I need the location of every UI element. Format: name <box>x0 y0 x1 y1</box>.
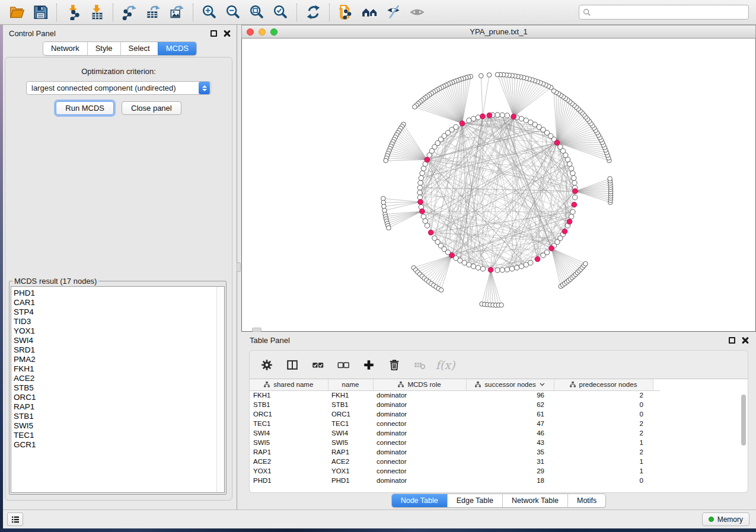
export-table-button[interactable] <box>141 2 165 23</box>
tab-style[interactable]: Style <box>87 42 120 55</box>
mcds-result-item[interactable]: PMA2 <box>14 355 216 364</box>
new-network-from-selection-button[interactable] <box>334 2 358 23</box>
network-canvas[interactable] <box>241 39 756 332</box>
table-row[interactable]: PHD1PHD1dominator180 <box>250 476 660 485</box>
table-settings-button[interactable] <box>259 357 275 373</box>
horizontal-splitter-handle[interactable] <box>252 328 261 332</box>
cell-successor-nodes[interactable]: 61 <box>466 409 554 419</box>
cell-shared-name[interactable]: SWI4 <box>250 428 328 438</box>
tab-network[interactable]: Network <box>43 42 87 55</box>
cell-predecessor-nodes[interactable]: 1 <box>554 466 653 476</box>
mcds-result-item[interactable]: STB1 <box>14 412 216 421</box>
cell-name[interactable]: SWI5 <box>328 438 373 447</box>
unselect-all-checks-button[interactable] <box>336 357 351 373</box>
cell-shared-name[interactable]: TEC1 <box>250 419 328 428</box>
table-row[interactable]: SWI4SWI4dominator462 <box>250 428 660 438</box>
table-row[interactable]: TEC1TEC1connector472 <box>250 419 660 428</box>
tab-node-table[interactable]: Node Table <box>392 494 447 507</box>
mcds-list-scrollbar[interactable] <box>216 287 224 492</box>
cell-name[interactable]: STB1 <box>328 400 373 409</box>
cell-MCDS-role[interactable]: dominator <box>373 447 466 457</box>
search-input[interactable] <box>591 8 745 17</box>
network-graph[interactable] <box>242 39 755 331</box>
mcds-result-item[interactable]: CAR1 <box>14 298 216 307</box>
mcds-result-item[interactable]: STB5 <box>14 383 216 393</box>
cell-shared-name[interactable]: YOX1 <box>250 466 328 476</box>
table-scrollbar[interactable] <box>741 392 747 492</box>
table-row[interactable]: ORC1ORC1dominator610 <box>250 409 660 419</box>
tab-network-table[interactable]: Network Table <box>502 494 567 507</box>
cell-name[interactable]: ORC1 <box>328 409 373 419</box>
mcds-result-item[interactable]: GCR1 <box>14 440 216 450</box>
column-header-name[interactable]: name <box>328 379 373 390</box>
import-network-button[interactable] <box>61 2 85 23</box>
import-table-button[interactable] <box>85 2 109 23</box>
zoom-in-button[interactable] <box>197 2 221 23</box>
mcds-result-item[interactable]: YOX1 <box>14 326 216 336</box>
select-all-checks-button[interactable] <box>310 357 326 373</box>
cell-shared-name[interactable]: PHD1 <box>250 476 328 485</box>
mcds-result-item[interactable]: TID3 <box>14 317 216 326</box>
cell-name[interactable]: FKH1 <box>328 390 373 400</box>
float-panel-icon[interactable] <box>210 30 217 37</box>
tab-edge-table[interactable]: Edge Table <box>447 494 502 507</box>
column-header-shared-name[interactable]: shared name <box>250 379 328 390</box>
mcds-result-item[interactable]: PHD1 <box>14 289 216 298</box>
open-file-button[interactable] <box>5 2 28 23</box>
add-column-button[interactable] <box>361 357 377 373</box>
refresh-layout-button[interactable] <box>301 2 325 23</box>
export-network-button[interactable] <box>117 2 141 23</box>
cell-name[interactable]: ACE2 <box>328 457 373 466</box>
tab-select[interactable]: Select <box>120 42 158 55</box>
houses-button[interactable] <box>358 2 381 23</box>
run-mcds-button[interactable]: Run MCDS <box>56 101 114 115</box>
cell-shared-name[interactable]: STB1 <box>250 400 328 409</box>
mcds-result-item[interactable]: SRD1 <box>14 345 216 355</box>
cell-MCDS-role[interactable]: connector <box>373 457 466 466</box>
cell-successor-nodes[interactable]: 96 <box>466 390 554 400</box>
tab-mcds[interactable]: MCDS <box>158 42 196 55</box>
cell-name[interactable]: YOX1 <box>328 466 373 476</box>
optimization-criterion-dropdown[interactable]: largest connected component (undirected) <box>26 81 211 95</box>
table-row[interactable]: RAP1RAP1dominator352 <box>250 447 660 457</box>
cell-MCDS-role[interactable]: connector <box>373 438 466 447</box>
mcds-result-item[interactable]: RAP1 <box>14 402 216 412</box>
export-image-button[interactable] <box>165 2 189 23</box>
cell-MCDS-role[interactable]: connector <box>373 466 466 476</box>
column-header-predecessor-nodes[interactable]: predecessor nodes <box>554 379 653 390</box>
cell-name[interactable]: RAP1 <box>328 447 373 457</box>
table-row[interactable]: SWI5SWI5connector431 <box>250 438 660 447</box>
cell-shared-name[interactable]: ORC1 <box>250 409 328 419</box>
cell-MCDS-role[interactable]: dominator <box>373 428 466 438</box>
mcds-result-item[interactable]: SWI5 <box>14 421 216 431</box>
show-details-disabled-button[interactable] <box>405 2 429 23</box>
save-session-button[interactable] <box>28 2 52 23</box>
table-row[interactable]: FKH1FKH1dominator962 <box>250 390 660 400</box>
cell-shared-name[interactable]: ACE2 <box>250 457 328 466</box>
mcds-result-item[interactable]: TEC1 <box>14 431 216 440</box>
mcds-result-item[interactable]: ORC1 <box>14 393 216 402</box>
cell-predecessor-nodes[interactable]: 0 <box>554 409 653 419</box>
network-window-titlebar[interactable]: YPA_prune.txt_1 <box>241 25 756 39</box>
table-row[interactable]: YOX1YOX1connector291 <box>250 466 660 476</box>
zoom-fit-button[interactable] <box>245 2 269 23</box>
close-panel-button[interactable]: Close panel <box>122 101 181 115</box>
cell-successor-nodes[interactable]: 43 <box>466 438 554 447</box>
cell-predecessor-nodes[interactable]: 2 <box>554 419 653 428</box>
cell-successor-nodes[interactable]: 31 <box>466 457 554 466</box>
cell-shared-name[interactable]: FKH1 <box>250 390 328 400</box>
cell-MCDS-role[interactable]: dominator <box>373 390 466 400</box>
mcds-result-item[interactable]: SWI4 <box>14 336 216 345</box>
tab-motifs[interactable]: Motifs <box>567 494 605 507</box>
column-header-MCDS-role[interactable]: MCDS role <box>373 379 466 390</box>
vertical-splitter-handle[interactable] <box>237 262 241 272</box>
cell-predecessor-nodes[interactable]: 2 <box>554 390 653 400</box>
zoom-selected-button[interactable] <box>269 2 292 23</box>
close-table-panel-icon[interactable] <box>742 336 749 344</box>
cell-predecessor-nodes[interactable]: 1 <box>554 457 653 466</box>
cell-successor-nodes[interactable]: 35 <box>466 447 554 457</box>
cell-predecessor-nodes[interactable]: 0 <box>554 400 653 409</box>
cell-successor-nodes[interactable]: 62 <box>466 400 554 409</box>
hide-details-button[interactable] <box>381 2 405 23</box>
cell-name[interactable]: SWI4 <box>328 428 373 438</box>
